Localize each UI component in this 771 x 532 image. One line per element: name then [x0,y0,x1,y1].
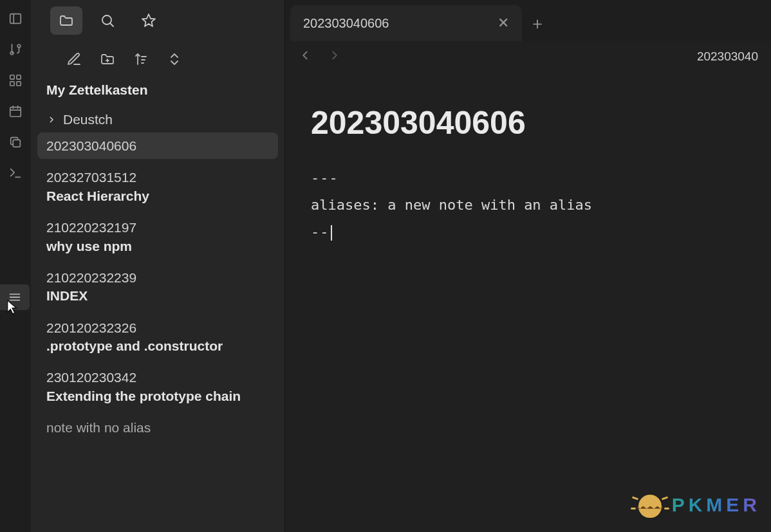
ribbon [0,0,31,532]
vault-title: My Zettelkasten [31,77,284,107]
chevron-right-icon [46,115,57,125]
quick-switcher-icon[interactable] [8,42,23,57]
tab-label: 202303040606 [303,16,389,31]
svg-line-18 [110,23,113,26]
frontmatter-open: --- [311,165,745,192]
file-id: 210220232239 [46,268,269,287]
sort-icon[interactable] [133,51,149,67]
watermark-text: PKMER [672,494,761,516]
file-id: 230120230342 [46,368,269,387]
editor-tab[interactable]: 202303040606 ✕ [290,5,522,41]
file-id: 202303040606 [46,136,269,155]
note-title[interactable]: 202303040606 [311,104,745,142]
new-note-icon[interactable] [66,51,82,67]
file-item[interactable]: 210220232239 INDEX [37,264,278,309]
file-title: Extending the prototype chain [46,387,269,405]
file-title: .prototype and .constructor [46,337,269,355]
svg-rect-4 [10,75,14,79]
sidebar-toggle-icon[interactable] [8,12,23,26]
file-id: note with no alias [46,418,269,437]
file-id: 220120232326 [46,318,269,337]
bookmarks-tab[interactable] [133,6,165,35]
file-item[interactable]: note with no alias [37,414,278,441]
file-title: INDEX [46,287,269,305]
new-folder-icon[interactable] [100,51,115,67]
folder-name: Deustch [63,112,113,127]
svg-rect-6 [10,82,14,86]
file-explorer-panel: My Zettelkasten Deustch 202303040606 202… [31,0,285,532]
file-item[interactable]: 220120232326 .prototype and .constructor [37,315,278,360]
watermark: PKMER [636,491,761,519]
note-content[interactable]: --- aliases: a new note with an alias -- [311,165,745,245]
search-tab[interactable] [91,6,124,35]
svg-rect-12 [13,140,20,147]
nav-forward-icon[interactable] [328,48,342,65]
frontmatter-line: aliases: a new note with an alias [311,192,745,219]
svg-point-2 [10,51,14,55]
text-caret [331,225,332,241]
file-title: React Hierarchy [46,187,269,205]
copy-icon[interactable] [8,135,23,149]
editor-nav: 202303040 [285,41,771,72]
svg-rect-0 [10,14,21,24]
file-title: why use npm [46,237,269,255]
calendar-icon[interactable] [8,104,23,118]
editor-body[interactable]: 202303040606 --- aliases: a new note wit… [285,72,771,532]
collapse-icon[interactable] [167,51,182,67]
tab-bar: 202303040606 ✕ ＋ [285,0,771,41]
svg-rect-7 [16,82,20,86]
ribbon-menu-icon[interactable] [0,284,30,310]
file-item[interactable]: 202303040606 [37,133,278,159]
folder-item[interactable]: Deustch [37,107,278,133]
file-item[interactable]: 210220232197 why use npm [37,214,278,259]
nav-back-icon[interactable] [298,48,312,65]
terminal-icon[interactable] [8,166,23,180]
file-id: 210220232197 [46,218,269,237]
file-item[interactable]: 202327031512 React Hierarchy [37,164,278,209]
new-tab-button[interactable]: ＋ [522,5,553,41]
close-tab-icon[interactable]: ✕ [497,15,509,32]
file-id: 202327031512 [46,168,269,187]
editor-pane: 202303040606 ✕ ＋ 202303040 202303040606 … [285,0,771,532]
left-panel-tabs [31,0,284,41]
file-explorer-actions [31,41,284,77]
frontmatter-close: -- [311,219,745,246]
pkmer-logo-icon [636,491,664,519]
svg-rect-5 [16,75,20,79]
svg-rect-8 [10,107,21,117]
file-tree: Deustch 202303040606 202327031512 React … [31,107,284,446]
breadcrumb[interactable]: 202303040 [697,50,758,64]
files-tab[interactable] [50,6,82,35]
svg-marker-19 [142,14,155,26]
apps-icon[interactable] [8,73,23,87]
file-item[interactable]: 230120230342 Extending the prototype cha… [37,364,278,409]
